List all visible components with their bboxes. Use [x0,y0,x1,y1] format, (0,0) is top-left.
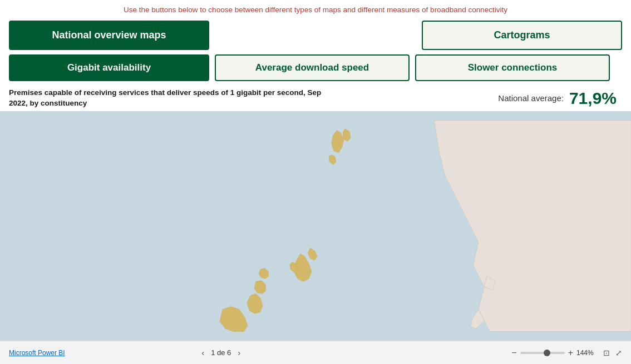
next-page-button[interactable]: › [235,348,243,357]
cartograms-button[interactable]: Cartograms [422,21,622,50]
zoom-level: 144% [576,349,597,357]
measure-row: Gigabit availability Average download sp… [0,52,631,84]
bottom-bar: Microsoft Power BI ‹ 1 de 6 › − + 144% ⊡… [0,341,631,364]
expand-icon[interactable]: ⤢ [615,348,622,357]
powerbi-link[interactable]: Microsoft Power BI [9,349,65,357]
fit-page-icon[interactable]: ⊡ [603,348,610,357]
zoom-track[interactable] [520,352,565,354]
map-description: Premises capable of receiving services t… [9,88,332,109]
gigabit-button[interactable]: Gigabit availability [9,54,209,81]
national-avg-value: 71,9% [569,89,617,108]
map-type-row: National overview maps Cartograms [0,17,631,52]
national-average: National average: 71,9% [498,89,622,108]
map-svg [0,111,631,341]
info-row: Premises capable of receiving services t… [0,84,631,111]
page-indicator: 1 de 6 [211,348,231,357]
banner-text: Use the buttons below to choose between … [124,6,507,14]
zoom-out-button[interactable]: − [511,348,516,358]
slower-button[interactable]: Slower connections [415,54,610,81]
info-banner: Use the buttons below to choose between … [0,0,631,17]
prev-page-button[interactable]: ‹ [199,348,206,357]
national-overview-button[interactable]: National overview maps [9,21,209,50]
zoom-in-button[interactable]: + [568,348,573,358]
national-avg-label: National average: [498,93,564,103]
avg-speed-button[interactable]: Average download speed [215,54,410,81]
zoom-bar: − + 144% ⊡ ⤢ [511,348,622,358]
pagination: ‹ 1 de 6 › [199,348,243,357]
zoom-thumb[interactable] [544,350,550,356]
map-area[interactable] [0,111,631,341]
